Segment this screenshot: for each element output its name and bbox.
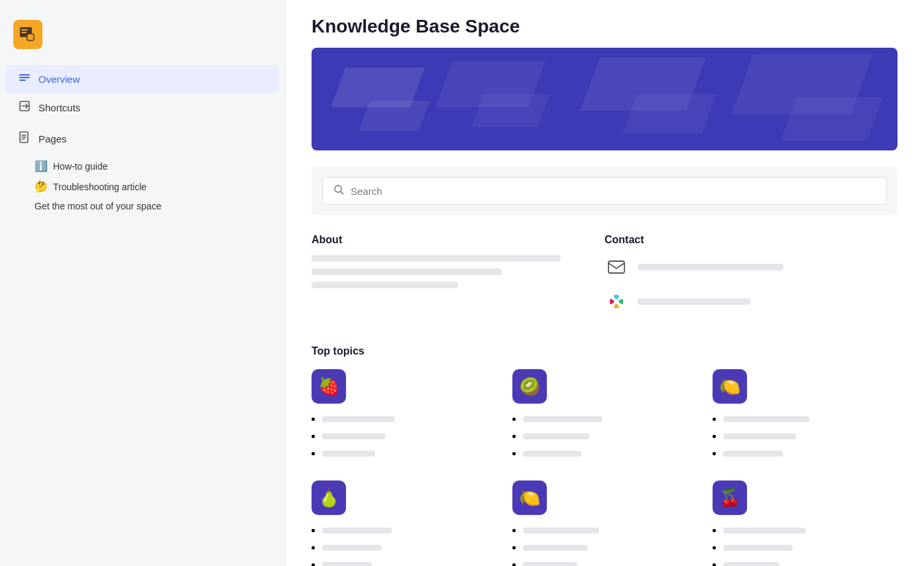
topic-skeleton xyxy=(723,433,796,439)
topic-icon-6[interactable]: 🍒 xyxy=(713,481,747,515)
topic-list-item[interactable] xyxy=(322,447,496,459)
hero-banner xyxy=(312,48,897,150)
email-icon xyxy=(605,255,628,279)
svg-line-13 xyxy=(341,192,343,194)
topics-title: Top topics xyxy=(312,345,897,357)
about-contact-section: About Contact xyxy=(312,234,897,324)
topic-skeleton xyxy=(723,528,806,534)
topic-skeleton xyxy=(723,562,780,566)
sidebar-item-pages[interactable]: Pages xyxy=(5,125,279,153)
topic-list-item[interactable] xyxy=(723,430,897,442)
topic-list-item[interactable] xyxy=(523,524,697,536)
topic-card-2: 🥝 xyxy=(512,369,697,465)
svg-point-22 xyxy=(615,304,618,308)
topic-list-item[interactable] xyxy=(723,413,897,425)
contact-section: Contact xyxy=(605,234,897,324)
sidebar-overview-label: Overview xyxy=(38,74,80,85)
contact-email-skeleton xyxy=(638,264,783,270)
list-item[interactable]: Get the most out of your space xyxy=(34,197,284,215)
topic-skeleton xyxy=(523,545,588,551)
slack-icon xyxy=(605,290,628,313)
search-input[interactable] xyxy=(351,186,876,197)
topic-skeleton xyxy=(723,451,783,457)
topic-list-item[interactable] xyxy=(523,559,697,566)
contact-slack-item xyxy=(605,290,897,313)
contact-title: Contact xyxy=(605,234,897,246)
sidebar-pages-section: Pages ℹ️ How-to guide 🤔 Troubleshooting … xyxy=(0,125,284,215)
svg-rect-3 xyxy=(27,34,34,40)
topic-list-item[interactable] xyxy=(322,559,496,566)
howto-label: How-to guide xyxy=(53,161,108,172)
topic-card-4: 🍐 xyxy=(312,481,496,566)
sidebar-shortcuts-label: Shortcuts xyxy=(38,102,80,113)
howto-emoji: ℹ️ xyxy=(34,160,48,172)
banner-shape-6 xyxy=(622,94,717,134)
topic-icon-4[interactable]: 🍐 xyxy=(312,481,346,515)
topic-list-item[interactable] xyxy=(723,524,897,536)
topic-icon-5[interactable]: 🍋 xyxy=(512,481,547,515)
topic-skeleton xyxy=(322,528,392,534)
topic-skeleton xyxy=(723,416,809,422)
sidebar-item-overview[interactable]: Overview xyxy=(5,65,279,93)
topic-skeleton xyxy=(322,562,372,566)
topic-list-item[interactable] xyxy=(322,413,496,425)
topic-skeleton xyxy=(523,562,577,566)
sidebar-pages-label: Pages xyxy=(38,133,67,144)
topic-list-item[interactable] xyxy=(523,430,697,442)
topic-skeleton xyxy=(322,451,375,457)
topic-list-item[interactable] xyxy=(322,430,496,442)
topic-list-4 xyxy=(312,524,496,566)
troubleshoot-label: Troubleshooting article xyxy=(53,182,146,192)
topic-list-item[interactable] xyxy=(523,447,697,459)
svg-rect-1 xyxy=(21,29,28,30)
search-bar[interactable] xyxy=(322,177,887,205)
topic-list-item[interactable] xyxy=(322,541,496,553)
page-title: Knowledge Base Space xyxy=(312,16,897,37)
topic-list-item[interactable] xyxy=(723,541,897,553)
page-header: Knowledge Base Space xyxy=(285,0,924,48)
svg-point-19 xyxy=(611,300,614,304)
topic-list-item[interactable] xyxy=(322,524,496,536)
about-skeleton-3 xyxy=(312,282,458,288)
sidebar: Overview Shortcuts Pages xyxy=(0,0,285,566)
hero-banner-inner xyxy=(312,48,897,150)
troubleshoot-emoji: 🤔 xyxy=(34,180,48,193)
topic-list-1 xyxy=(312,413,496,465)
topic-card-1: 🍓 xyxy=(312,369,496,465)
topic-icon-3[interactable]: 🍋 xyxy=(713,369,747,404)
topic-skeleton xyxy=(322,545,382,551)
app-logo[interactable] xyxy=(0,13,284,65)
svg-point-21 xyxy=(619,300,622,304)
banner-shape-2 xyxy=(359,101,430,131)
topic-list-item[interactable] xyxy=(523,541,697,553)
topic-icon-1[interactable]: 🍓 xyxy=(312,369,346,404)
topic-skeleton xyxy=(523,451,581,457)
banner-shape-8 xyxy=(781,97,883,141)
svg-point-20 xyxy=(615,296,618,300)
topics-section: Top topics 🍓 🥝 xyxy=(312,345,897,566)
banner-shape-4 xyxy=(471,94,549,127)
topics-grid: 🍓 🥝 🍋 xyxy=(312,369,897,566)
overview-icon xyxy=(19,72,30,87)
sidebar-item-shortcuts[interactable]: Shortcuts xyxy=(5,93,279,122)
topic-list-item[interactable] xyxy=(523,413,697,425)
topic-list-6 xyxy=(713,524,897,566)
topic-skeleton xyxy=(322,416,395,422)
topic-skeleton xyxy=(322,433,385,439)
list-item[interactable]: 🤔 Troubleshooting article xyxy=(34,176,284,197)
topic-icon-2[interactable]: 🥝 xyxy=(512,369,547,404)
topic-list-item[interactable] xyxy=(723,559,897,566)
topic-list-item[interactable] xyxy=(723,447,897,459)
svg-rect-2 xyxy=(21,32,27,33)
topic-skeleton xyxy=(523,433,589,439)
about-skeleton-1 xyxy=(312,255,561,262)
about-skeleton-2 xyxy=(312,268,502,275)
pages-list: ℹ️ How-to guide 🤔 Troubleshooting articl… xyxy=(0,156,284,215)
topic-list-2 xyxy=(512,413,697,465)
topic-skeleton xyxy=(523,528,599,534)
topic-card-3: 🍋 xyxy=(713,369,897,465)
topic-skeleton xyxy=(723,545,793,551)
contact-slack-skeleton xyxy=(638,298,750,305)
svg-rect-14 xyxy=(608,261,624,273)
list-item[interactable]: ℹ️ How-to guide xyxy=(34,156,284,176)
